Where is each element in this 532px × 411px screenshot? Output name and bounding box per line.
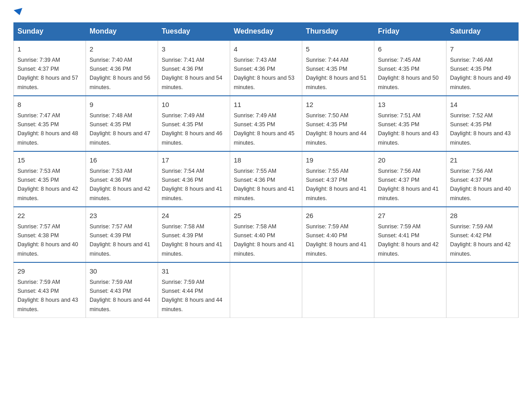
week-row-2: 8Sunrise: 7:47 AMSunset: 4:35 PMDaylight…: [14, 96, 519, 151]
calendar-cell: 14Sunrise: 7:52 AMSunset: 4:35 PMDayligh…: [446, 96, 519, 151]
calendar-header-row: SundayMondayTuesdayWednesdayThursdayFrid…: [14, 23, 519, 41]
header-tuesday: Tuesday: [158, 23, 230, 41]
day-info: Sunrise: 7:49 AMSunset: 4:35 PMDaylight:…: [162, 112, 223, 146]
day-info: Sunrise: 7:59 AMSunset: 4:41 PMDaylight:…: [378, 223, 439, 257]
day-info: Sunrise: 7:59 AMSunset: 4:44 PMDaylight:…: [162, 279, 223, 313]
calendar-cell: 5Sunrise: 7:44 AMSunset: 4:35 PMDaylight…: [302, 40, 374, 96]
day-info: Sunrise: 7:49 AMSunset: 4:35 PMDaylight:…: [234, 112, 295, 146]
calendar-cell: 26Sunrise: 7:59 AMSunset: 4:40 PMDayligh…: [302, 207, 374, 262]
page-header: [13, 9, 519, 15]
day-number: 27: [378, 211, 442, 221]
calendar-cell: 15Sunrise: 7:53 AMSunset: 4:35 PMDayligh…: [14, 151, 86, 207]
day-number: 29: [17, 266, 82, 277]
calendar-cell: 19Sunrise: 7:55 AMSunset: 4:37 PMDayligh…: [302, 151, 374, 207]
calendar-cell: 17Sunrise: 7:54 AMSunset: 4:36 PMDayligh…: [158, 151, 230, 207]
day-number: 24: [162, 211, 226, 221]
header-sunday: Sunday: [14, 23, 86, 41]
day-number: 3: [162, 44, 226, 55]
day-info: Sunrise: 7:44 AMSunset: 4:35 PMDaylight:…: [306, 57, 367, 90]
day-info: Sunrise: 7:58 AMSunset: 4:40 PMDaylight:…: [234, 223, 295, 257]
day-info: Sunrise: 7:59 AMSunset: 4:43 PMDaylight:…: [17, 279, 78, 313]
calendar-cell: 6Sunrise: 7:45 AMSunset: 4:35 PMDaylight…: [374, 40, 446, 96]
calendar-cell: 8Sunrise: 7:47 AMSunset: 4:35 PMDaylight…: [14, 96, 86, 151]
day-number: 8: [17, 100, 82, 110]
day-info: Sunrise: 7:53 AMSunset: 4:35 PMDaylight:…: [17, 168, 78, 201]
calendar-cell: 10Sunrise: 7:49 AMSunset: 4:35 PMDayligh…: [158, 96, 230, 151]
calendar-cell: 18Sunrise: 7:55 AMSunset: 4:36 PMDayligh…: [230, 151, 302, 207]
calendar-cell: [374, 262, 446, 318]
day-number: 25: [234, 211, 298, 221]
day-info: Sunrise: 7:39 AMSunset: 4:37 PMDaylight:…: [17, 57, 78, 90]
calendar-cell: 21Sunrise: 7:56 AMSunset: 4:37 PMDayligh…: [446, 151, 519, 207]
day-number: 31: [162, 266, 226, 277]
day-number: 20: [378, 155, 442, 166]
calendar-cell: 13Sunrise: 7:51 AMSunset: 4:35 PMDayligh…: [374, 96, 446, 151]
day-number: 16: [90, 155, 154, 166]
day-info: Sunrise: 7:54 AMSunset: 4:36 PMDaylight:…: [162, 168, 223, 201]
day-info: Sunrise: 7:58 AMSunset: 4:39 PMDaylight:…: [162, 223, 223, 257]
day-number: 5: [306, 44, 370, 55]
calendar-cell: [302, 262, 374, 318]
day-number: 22: [17, 211, 82, 221]
day-info: Sunrise: 7:59 AMSunset: 4:42 PMDaylight:…: [450, 223, 511, 257]
day-info: Sunrise: 7:40 AMSunset: 4:36 PMDaylight:…: [90, 57, 150, 90]
header-monday: Monday: [86, 23, 158, 41]
calendar-cell: [230, 262, 302, 318]
day-number: 2: [90, 44, 154, 55]
day-number: 7: [450, 44, 515, 55]
day-info: Sunrise: 7:47 AMSunset: 4:35 PMDaylight:…: [17, 112, 78, 146]
calendar-cell: 30Sunrise: 7:59 AMSunset: 4:43 PMDayligh…: [86, 262, 158, 318]
day-info: Sunrise: 7:59 AMSunset: 4:43 PMDaylight:…: [90, 279, 150, 313]
week-row-4: 22Sunrise: 7:57 AMSunset: 4:38 PMDayligh…: [14, 207, 519, 262]
header-wednesday: Wednesday: [230, 23, 302, 41]
calendar-cell: 2Sunrise: 7:40 AMSunset: 4:36 PMDaylight…: [86, 40, 158, 96]
day-info: Sunrise: 7:51 AMSunset: 4:35 PMDaylight:…: [378, 112, 439, 146]
header-saturday: Saturday: [446, 23, 519, 41]
calendar-cell: 27Sunrise: 7:59 AMSunset: 4:41 PMDayligh…: [374, 207, 446, 262]
calendar-cell: 12Sunrise: 7:50 AMSunset: 4:35 PMDayligh…: [302, 96, 374, 151]
day-number: 4: [234, 44, 298, 55]
calendar-cell: 22Sunrise: 7:57 AMSunset: 4:38 PMDayligh…: [14, 207, 86, 262]
day-info: Sunrise: 7:43 AMSunset: 4:36 PMDaylight:…: [234, 57, 295, 90]
day-info: Sunrise: 7:52 AMSunset: 4:35 PMDaylight:…: [450, 112, 511, 146]
day-number: 23: [90, 211, 154, 221]
day-number: 11: [234, 100, 298, 110]
day-number: 9: [90, 100, 154, 110]
logo: [13, 9, 23, 15]
calendar-cell: 1Sunrise: 7:39 AMSunset: 4:37 PMDaylight…: [14, 40, 86, 96]
calendar-cell: 23Sunrise: 7:57 AMSunset: 4:39 PMDayligh…: [86, 207, 158, 262]
day-number: 1: [17, 44, 82, 55]
day-info: Sunrise: 7:59 AMSunset: 4:40 PMDaylight:…: [306, 223, 367, 257]
calendar-cell: 3Sunrise: 7:41 AMSunset: 4:36 PMDaylight…: [158, 40, 230, 96]
day-info: Sunrise: 7:55 AMSunset: 4:37 PMDaylight:…: [306, 168, 367, 201]
day-number: 17: [162, 155, 226, 166]
day-number: 30: [90, 266, 154, 277]
day-number: 26: [306, 211, 370, 221]
day-info: Sunrise: 7:57 AMSunset: 4:38 PMDaylight:…: [17, 223, 78, 257]
calendar-cell: 24Sunrise: 7:58 AMSunset: 4:39 PMDayligh…: [158, 207, 230, 262]
day-info: Sunrise: 7:41 AMSunset: 4:36 PMDaylight:…: [162, 57, 223, 90]
week-row-1: 1Sunrise: 7:39 AMSunset: 4:37 PMDaylight…: [14, 40, 519, 96]
day-number: 21: [450, 155, 515, 166]
header-friday: Friday: [374, 23, 446, 41]
day-number: 6: [378, 44, 442, 55]
week-row-3: 15Sunrise: 7:53 AMSunset: 4:35 PMDayligh…: [14, 151, 519, 207]
calendar-cell: [446, 262, 519, 318]
calendar-cell: 29Sunrise: 7:59 AMSunset: 4:43 PMDayligh…: [14, 262, 86, 318]
day-info: Sunrise: 7:53 AMSunset: 4:36 PMDaylight:…: [90, 168, 150, 201]
day-number: 14: [450, 100, 515, 110]
day-number: 18: [234, 155, 298, 166]
calendar-cell: 31Sunrise: 7:59 AMSunset: 4:44 PMDayligh…: [158, 262, 230, 318]
calendar-cell: 11Sunrise: 7:49 AMSunset: 4:35 PMDayligh…: [230, 96, 302, 151]
calendar-cell: 9Sunrise: 7:48 AMSunset: 4:35 PMDaylight…: [86, 96, 158, 151]
day-info: Sunrise: 7:56 AMSunset: 4:37 PMDaylight:…: [450, 168, 511, 201]
day-info: Sunrise: 7:46 AMSunset: 4:35 PMDaylight:…: [450, 57, 511, 90]
day-number: 10: [162, 100, 226, 110]
calendar-cell: 28Sunrise: 7:59 AMSunset: 4:42 PMDayligh…: [446, 207, 519, 262]
calendar-cell: 25Sunrise: 7:58 AMSunset: 4:40 PMDayligh…: [230, 207, 302, 262]
calendar-table: SundayMondayTuesdayWednesdayThursdayFrid…: [13, 22, 519, 318]
day-number: 15: [17, 155, 82, 166]
header-thursday: Thursday: [302, 23, 374, 41]
calendar-cell: 4Sunrise: 7:43 AMSunset: 4:36 PMDaylight…: [230, 40, 302, 96]
calendar-cell: 20Sunrise: 7:56 AMSunset: 4:37 PMDayligh…: [374, 151, 446, 207]
